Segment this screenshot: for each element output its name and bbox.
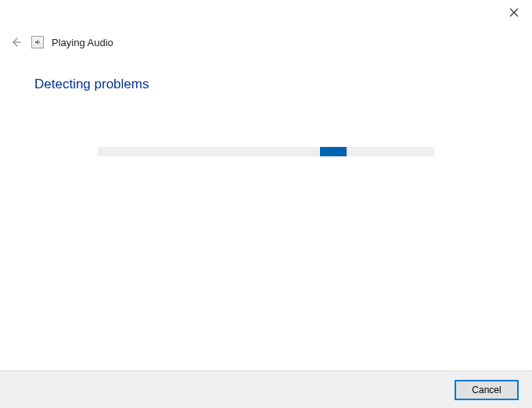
dialog-footer: Cancel	[0, 370, 532, 408]
back-arrow-icon	[9, 36, 22, 48]
cancel-button[interactable]: Cancel	[455, 381, 518, 399]
progress-bar	[98, 147, 434, 156]
app-title: Playing Audio	[52, 37, 113, 48]
page-heading: Detecting problems	[34, 77, 498, 92]
back-button[interactable]	[8, 34, 23, 50]
close-icon	[509, 8, 519, 17]
titlebar	[0, 0, 532, 25]
audio-troubleshooter-icon	[31, 36, 44, 48]
wizard-header: Playing Audio	[0, 25, 532, 55]
main-content: Detecting problems	[0, 55, 532, 156]
close-button[interactable]	[496, 0, 532, 25]
svg-marker-3	[35, 40, 38, 45]
progress-indicator	[320, 147, 347, 156]
